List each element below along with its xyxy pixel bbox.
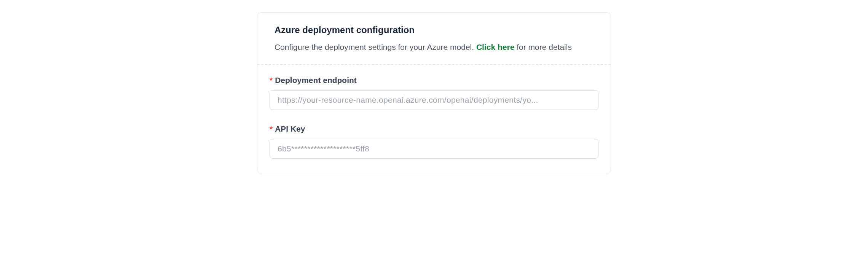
apikey-field-group: *API Key [270, 124, 598, 159]
card-description: Configure the deployment settings for yo… [274, 41, 594, 54]
config-card: Azure deployment configuration Configure… [257, 12, 611, 174]
api-key-input[interactable] [270, 139, 598, 159]
endpoint-label: *Deployment endpoint [270, 76, 598, 85]
required-asterisk-icon: * [270, 76, 273, 84]
description-after-link: for more details [514, 43, 572, 51]
required-asterisk-icon: * [270, 124, 273, 133]
card-title: Azure deployment configuration [274, 25, 594, 35]
endpoint-label-text: Deployment endpoint [275, 76, 357, 84]
deployment-endpoint-input[interactable] [270, 90, 598, 110]
endpoint-field-group: *Deployment endpoint [270, 76, 598, 110]
card-body: *Deployment endpoint *API Key [257, 65, 611, 174]
apikey-label: *API Key [270, 124, 598, 134]
card-header: Azure deployment configuration Configure… [257, 13, 611, 64]
docs-link[interactable]: Click here [476, 43, 514, 51]
description-before-link: Configure the deployment settings for yo… [274, 43, 476, 51]
apikey-label-text: API Key [275, 124, 305, 133]
